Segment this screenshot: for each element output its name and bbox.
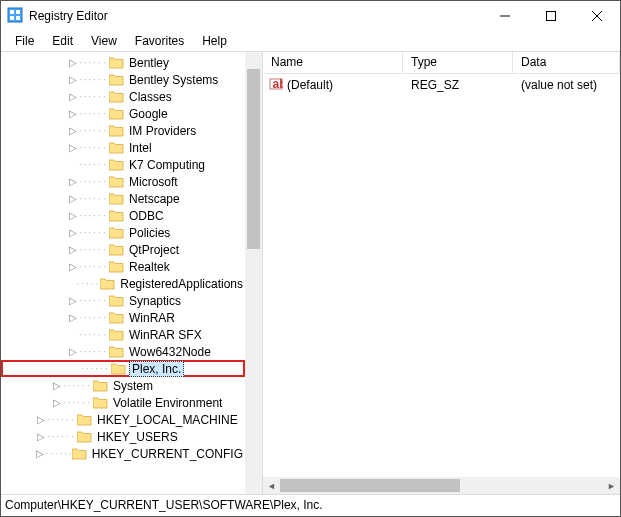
folder-icon bbox=[109, 261, 124, 273]
expand-icon[interactable]: ▷ bbox=[35, 432, 47, 442]
maximize-button[interactable] bbox=[528, 1, 574, 31]
expand-icon[interactable]: ▷ bbox=[67, 245, 79, 255]
folder-icon bbox=[109, 227, 124, 239]
tree-item[interactable]: ······Plex, Inc. bbox=[1, 360, 245, 377]
tree-item-label: Synaptics bbox=[127, 294, 183, 308]
expand-icon[interactable]: ▷ bbox=[67, 75, 79, 85]
tree-item[interactable]: ▷······Bentley Systems bbox=[1, 71, 245, 88]
statusbar: Computer\HKEY_CURRENT_USER\SOFTWARE\Plex… bbox=[1, 494, 620, 516]
menu-favorites[interactable]: Favorites bbox=[127, 32, 192, 50]
minimize-button[interactable] bbox=[482, 1, 528, 31]
menu-view[interactable]: View bbox=[83, 32, 125, 50]
expand-icon[interactable]: ▷ bbox=[67, 296, 79, 306]
folder-icon bbox=[109, 295, 124, 307]
window-controls bbox=[482, 1, 620, 31]
folder-icon bbox=[109, 312, 124, 324]
tree-item-label: Plex, Inc. bbox=[129, 361, 184, 377]
expand-icon[interactable]: ▷ bbox=[35, 449, 45, 459]
folder-icon bbox=[93, 380, 108, 392]
folder-icon bbox=[109, 74, 124, 86]
tree-item[interactable]: ▷······Microsoft bbox=[1, 173, 245, 190]
tree-item-label: IM Providers bbox=[127, 124, 198, 138]
values-scrollbar-horizontal[interactable]: ◄ ► bbox=[263, 477, 620, 494]
expand-icon[interactable]: ▷ bbox=[67, 313, 79, 323]
tree-item[interactable]: ······WinRAR SFX bbox=[1, 326, 245, 343]
scrollbar-thumb[interactable] bbox=[280, 479, 460, 492]
folder-icon bbox=[77, 414, 92, 426]
tree-item[interactable]: ▷······IM Providers bbox=[1, 122, 245, 139]
tree-item[interactable]: ······RegisteredApplications bbox=[1, 275, 245, 292]
tree-view[interactable]: ▷······Bentley▷······Bentley Systems▷···… bbox=[1, 52, 245, 494]
values-pane: Name Type Data ab (Default) REG_SZ (valu… bbox=[263, 52, 620, 494]
expand-icon[interactable]: ▷ bbox=[67, 194, 79, 204]
tree-item[interactable]: ▷······ODBC bbox=[1, 207, 245, 224]
tree-item-label: Classes bbox=[127, 90, 174, 104]
tree-item[interactable]: ▷······Synaptics bbox=[1, 292, 245, 309]
expand-icon[interactable]: ▷ bbox=[67, 143, 79, 153]
expand-icon[interactable]: ▷ bbox=[67, 347, 79, 357]
column-header-data[interactable]: Data bbox=[513, 52, 620, 73]
values-list[interactable]: ab (Default) REG_SZ (value not set) bbox=[263, 74, 620, 477]
tree-item[interactable]: ▷······WinRAR bbox=[1, 309, 245, 326]
folder-icon bbox=[109, 125, 124, 137]
tree-item[interactable]: ▷······Classes bbox=[1, 88, 245, 105]
scrollbar-thumb[interactable] bbox=[247, 69, 260, 249]
scroll-left-button[interactable]: ◄ bbox=[263, 477, 280, 494]
tree-scrollbar-vertical[interactable] bbox=[245, 52, 262, 494]
folder-icon bbox=[109, 142, 124, 154]
expand-icon[interactable]: ▷ bbox=[67, 228, 79, 238]
expand-icon[interactable]: ▷ bbox=[67, 126, 79, 136]
tree-item[interactable]: ▷······Policies bbox=[1, 224, 245, 241]
tree-item-label: Realtek bbox=[127, 260, 172, 274]
column-header-name[interactable]: Name bbox=[263, 52, 403, 73]
statusbar-path: Computer\HKEY_CURRENT_USER\SOFTWARE\Plex… bbox=[5, 498, 323, 512]
tree-item-label: Google bbox=[127, 107, 170, 121]
tree-item[interactable]: ▷······HKEY_USERS bbox=[1, 428, 245, 445]
tree-item[interactable]: ▷······Google bbox=[1, 105, 245, 122]
expand-icon bbox=[67, 279, 77, 289]
expand-icon bbox=[67, 160, 79, 170]
expand-icon[interactable]: ▷ bbox=[67, 92, 79, 102]
tree-item-label: QtProject bbox=[127, 243, 181, 257]
expand-icon[interactable]: ▷ bbox=[67, 262, 79, 272]
content-area: ▷······Bentley▷······Bentley Systems▷···… bbox=[1, 51, 620, 494]
value-row[interactable]: ab (Default) REG_SZ (value not set) bbox=[263, 74, 620, 94]
menu-edit[interactable]: Edit bbox=[44, 32, 81, 50]
column-header-type[interactable]: Type bbox=[403, 52, 513, 73]
tree-item[interactable]: ······K7 Computing bbox=[1, 156, 245, 173]
folder-icon bbox=[77, 431, 92, 443]
expand-icon[interactable]: ▷ bbox=[51, 381, 63, 391]
folder-icon bbox=[109, 346, 124, 358]
tree-item[interactable]: ▷······Intel bbox=[1, 139, 245, 156]
folder-icon bbox=[109, 108, 124, 120]
window-title: Registry Editor bbox=[29, 9, 108, 23]
expand-icon[interactable]: ▷ bbox=[51, 398, 63, 408]
tree-item[interactable]: ▷······Volatile Environment bbox=[1, 394, 245, 411]
expand-icon[interactable]: ▷ bbox=[35, 415, 47, 425]
tree-item-label: Intel bbox=[127, 141, 154, 155]
svg-text:ab: ab bbox=[273, 77, 284, 91]
tree-item-label: HKEY_LOCAL_MACHINE bbox=[95, 413, 240, 427]
window-titlebar: Registry Editor bbox=[1, 1, 620, 31]
expand-icon[interactable]: ▷ bbox=[67, 211, 79, 221]
tree-item[interactable]: ▷······System bbox=[1, 377, 245, 394]
tree-item-label: Volatile Environment bbox=[111, 396, 224, 410]
tree-item[interactable]: ▷······Wow6432Node bbox=[1, 343, 245, 360]
tree-item[interactable]: ▷······HKEY_CURRENT_CONFIG bbox=[1, 445, 245, 462]
close-button[interactable] bbox=[574, 1, 620, 31]
tree-item[interactable]: ▷······QtProject bbox=[1, 241, 245, 258]
scroll-right-button[interactable]: ► bbox=[603, 477, 620, 494]
expand-icon[interactable]: ▷ bbox=[67, 109, 79, 119]
menu-help[interactable]: Help bbox=[194, 32, 235, 50]
tree-item-label: Microsoft bbox=[127, 175, 180, 189]
tree-item-label: K7 Computing bbox=[127, 158, 207, 172]
tree-item-label: ODBC bbox=[127, 209, 166, 223]
menu-file[interactable]: File bbox=[7, 32, 42, 50]
tree-item[interactable]: ▷······Netscape bbox=[1, 190, 245, 207]
expand-icon[interactable]: ▷ bbox=[67, 58, 79, 68]
expand-icon[interactable]: ▷ bbox=[67, 177, 79, 187]
tree-item[interactable]: ▷······HKEY_LOCAL_MACHINE bbox=[1, 411, 245, 428]
tree-item[interactable]: ▷······Bentley bbox=[1, 54, 245, 71]
folder-icon bbox=[109, 57, 124, 69]
tree-item[interactable]: ▷······Realtek bbox=[1, 258, 245, 275]
